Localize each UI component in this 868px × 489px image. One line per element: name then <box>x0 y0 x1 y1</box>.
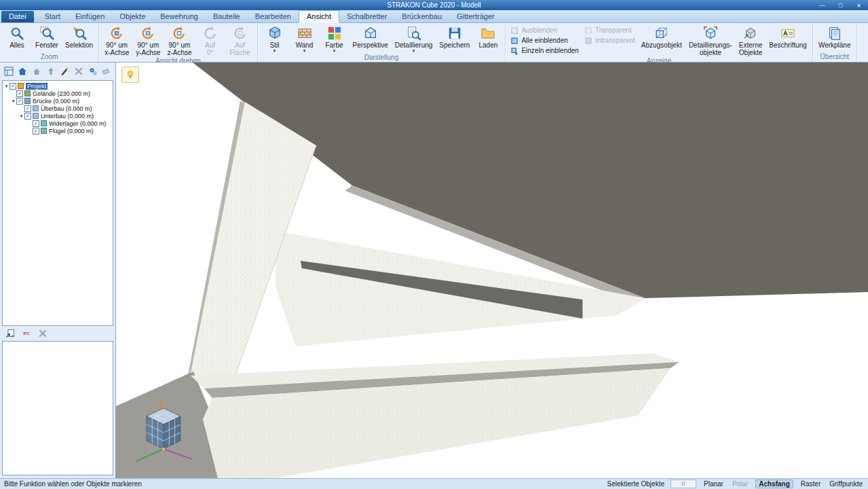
tab-gittertraeger[interactable]: Gitterträger <box>449 11 502 22</box>
tree-row-gelaende[interactable]: ✓ Gelände (230.000 m) <box>3 90 113 97</box>
opaque-icon <box>584 37 592 45</box>
tree-row-ueberbau[interactable]: ✓ Überbau (0.000 m) <box>3 105 113 112</box>
checkbox[interactable]: ✓ <box>33 128 39 134</box>
tree-row-projekt[interactable]: ▾ ✓ Projekt <box>3 82 113 90</box>
checkbox[interactable]: ✓ <box>16 98 23 105</box>
wand-button[interactable]: Wand ▾ <box>290 24 320 54</box>
checkbox[interactable]: ✓ <box>10 83 16 90</box>
properties-panel <box>2 341 113 475</box>
tab-bauteile[interactable]: Bauteile <box>206 11 248 22</box>
tree-row-fluegel[interactable]: ✓ Flügel (0.000 m) <box>3 127 113 134</box>
model-viewport[interactable]: Z <box>115 62 868 478</box>
snap-mode-achsfang[interactable]: Achsfang <box>755 479 793 488</box>
save-disk-icon <box>447 25 463 41</box>
alle-einblenden-item[interactable]: Alle einblenden <box>510 36 579 45</box>
project-icon <box>18 83 24 89</box>
tree-view-button[interactable] <box>3 65 15 78</box>
checkbox[interactable]: ✓ <box>33 120 39 127</box>
abzugsobjekt-button[interactable]: Abzugsobjekt <box>638 24 685 57</box>
detaillierungsobjekte-button[interactable]: Detaillierungs- objekte <box>685 24 736 57</box>
checkbox[interactable]: ✓ <box>24 105 31 112</box>
window-controls: — □ × <box>813 0 868 10</box>
stil-button[interactable]: Stil ▾ <box>260 24 290 54</box>
show-all-cube-icon <box>510 37 518 45</box>
project-tree-panel: ▾ ✓ Projekt ✓ Gelände (230.000 m) ▾ ✓ Br… <box>0 62 115 478</box>
ribbon-group-ansicht-drehen: 90° um x-Achse 90° um y-Achse 90° um z-A… <box>99 23 257 62</box>
speichern-button[interactable]: Speichern <box>436 24 473 54</box>
tab-objekte[interactable]: Objekte <box>112 11 153 22</box>
rotate-x-button[interactable]: 90° um x-Achse <box>101 24 132 57</box>
magnifier-icon <box>9 25 25 41</box>
chevron-down-icon: ▾ <box>333 49 336 53</box>
tab-bewehrung[interactable]: Bewehrung <box>153 11 206 22</box>
zoom-selektion-button[interactable]: Selektion <box>62 24 96 53</box>
wireframe-cube-icon <box>654 25 670 41</box>
maximize-button[interactable]: □ <box>831 0 850 10</box>
tab-datei[interactable]: Datei <box>1 11 34 22</box>
snap-mode-planar[interactable]: Planar <box>702 480 725 488</box>
rotate-surface-disabled-icon <box>232 25 248 41</box>
import-button[interactable] <box>3 327 17 340</box>
substructure-icon <box>33 113 39 119</box>
tree-row-bruecke[interactable]: ▾ ✓ Brücke (0.000 m) <box>3 97 113 105</box>
tree-row-unterbau[interactable]: ▾ ✓ Unterbau (0.000 m) <box>3 112 113 120</box>
tab-brueckenbau[interactable]: Brückenbau <box>394 11 449 22</box>
tab-start[interactable]: Start <box>37 11 68 22</box>
beschriftung-button[interactable]: Beschriftung <box>766 24 810 57</box>
delete-button[interactable] <box>73 65 85 78</box>
tab-ansicht[interactable]: Ansicht <box>299 10 339 23</box>
chevron-down-icon[interactable]: ▾ <box>3 83 10 89</box>
rotate-y-button[interactable]: 90° um y-Achse <box>132 24 164 57</box>
zoom-fenster-button[interactable]: Fenster <box>32 24 62 53</box>
zoom-alles-button[interactable]: Alles <box>2 24 32 53</box>
home-small-button[interactable] <box>31 65 43 78</box>
detail-objects-cube-icon <box>702 25 719 41</box>
tree-row-widerlager[interactable]: ✓ Widerlager (0.000 m) <box>3 120 113 127</box>
color-palette-icon <box>326 25 343 41</box>
checkbox[interactable]: ✓ <box>16 90 23 97</box>
snap-mode-polar[interactable]: Polar <box>731 480 749 488</box>
farbe-button[interactable]: Farbe ▾ <box>320 24 350 54</box>
gear-icon <box>88 67 98 76</box>
intransparent-item: Intransparent <box>584 36 635 45</box>
einzeln-einblenden-item[interactable]: Einzeln einblenden <box>510 46 579 55</box>
tree-view-icon <box>4 67 14 76</box>
rotate-z-button[interactable]: 90° um z-Achse <box>164 24 195 57</box>
zoom-selektion-label: Selektion <box>65 41 93 49</box>
close-button[interactable]: × <box>850 0 868 10</box>
tab-einfuegen[interactable]: Einfügen <box>68 11 112 22</box>
bridge-icon <box>24 98 31 104</box>
externe-objekte-button[interactable]: Externe Objekte <box>736 24 766 57</box>
selected-objects-count: 0 <box>671 479 696 488</box>
snap-mode-griffpunkte[interactable]: Griffpunkte <box>828 480 864 488</box>
laden-button[interactable]: Laden <box>473 24 503 54</box>
transparent-icon <box>584 26 592 35</box>
edit-button[interactable] <box>59 65 71 78</box>
footing[interactable] <box>191 353 679 478</box>
viewport-light-toggle[interactable] <box>121 67 139 83</box>
axis-origin-dot <box>162 448 165 450</box>
ribbon-group-uebersicht: Werkpläne Übersicht <box>813 23 857 62</box>
minimize-button[interactable]: — <box>813 0 831 10</box>
group-label-uebersicht: Übersicht <box>813 53 856 62</box>
home-button[interactable] <box>17 65 29 78</box>
ifc-icon: IFC <box>23 331 30 336</box>
sheets-icon <box>827 25 843 41</box>
werkplaene-button[interactable]: Werkpläne <box>815 24 854 53</box>
ifc-import-button[interactable]: IFC <box>20 327 33 340</box>
chevron-down-icon[interactable]: ▾ <box>18 113 24 119</box>
snap-mode-raster[interactable]: Raster <box>799 480 822 488</box>
remove-button[interactable] <box>36 327 50 340</box>
chevron-down-icon[interactable]: ▾ <box>10 98 16 104</box>
tab-schalbretter[interactable]: Schalbretter <box>339 11 394 22</box>
checkbox[interactable]: ✓ <box>24 113 31 120</box>
project-tree: ▾ ✓ Projekt ✓ Gelände (230.000 m) ▾ ✓ Br… <box>2 80 113 326</box>
settings-button[interactable] <box>87 65 99 78</box>
perspektive-button[interactable]: Perspektive <box>350 24 392 54</box>
level-up-button[interactable] <box>45 65 57 78</box>
detaillierung-button[interactable]: Detaillierung ▾ <box>392 24 436 54</box>
tab-bearbeiten[interactable]: Bearbeiten <box>248 11 299 22</box>
zoom-fenster-label: Fenster <box>35 41 58 49</box>
zoom-alles-label: Alles <box>10 41 24 49</box>
eraser-button[interactable] <box>100 65 113 78</box>
